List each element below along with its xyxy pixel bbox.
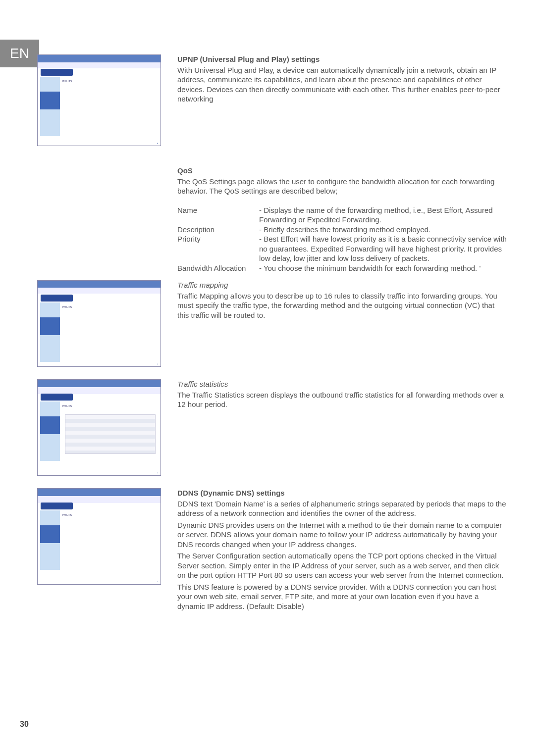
traffic-stats-row: PHILIPS ▪ Traffic statistics The Traffic… — [37, 379, 508, 481]
ddns-p1: DDNS text 'Domain Name' is a series of a… — [177, 499, 508, 518]
qos-val: - You choose the minimum bandwidth for e… — [259, 263, 508, 273]
page-content: PHILIPS ▪ UPNP (Universal Plug and Play)… — [37, 54, 508, 613]
upnp-row: PHILIPS ▪ UPNP (Universal Plug and Play)… — [37, 54, 508, 151]
qos-row: QoS The QoS Settings page allows the use… — [37, 166, 508, 273]
traffic-mapping-body: Traffic Mapping allows you to describe u… — [177, 291, 508, 320]
qos-val: - Displays the name of the forwarding me… — [259, 205, 508, 225]
ddns-row: PHILIPS ▪ DDNS (Dynamic DNS) settings DD… — [37, 488, 508, 613]
ddns-heading: DDNS (Dynamic DNS) settings — [177, 488, 508, 498]
page-number: 30 — [20, 720, 29, 729]
traffic-stats-body: The Traffic Statistics screen displays t… — [177, 390, 508, 409]
language-badge: EN — [0, 40, 39, 67]
upnp-screenshot-thumbnail: PHILIPS ▪ — [37, 54, 161, 146]
traffic-stats-thumbnail: PHILIPS ▪ — [37, 379, 161, 476]
upnp-body: With Universal Plug and Play, a device c… — [177, 65, 508, 104]
qos-term: Bandwidth Allocation — [177, 263, 259, 273]
ddns-p4: This DNS feature is powered by a DDNS se… — [177, 582, 508, 611]
qos-term: Description — [177, 225, 259, 235]
qos-heading: QoS — [177, 166, 508, 176]
qos-val: - Best Effort will have lowest priority … — [259, 234, 508, 263]
traffic-mapping-heading: Traffic mapping — [177, 280, 508, 290]
traffic-stats-heading: Traffic statistics — [177, 379, 508, 389]
upnp-heading: UPNP (Universal Plug and Play) settings — [177, 54, 508, 64]
traffic-mapping-thumbnail: PHILIPS ▪ — [37, 280, 161, 367]
traffic-mapping-row: PHILIPS ▪ Traffic mapping Traffic Mappin… — [37, 280, 508, 372]
qos-term: Priority — [177, 234, 259, 263]
ddns-thumbnail: PHILIPS ▪ — [37, 488, 161, 585]
ddns-p3: The Server Configuration section automat… — [177, 551, 508, 580]
ddns-p2: Dynamic DNS provides users on the Intern… — [177, 520, 508, 550]
qos-definitions: Name - Displays the name of the forwardi… — [177, 205, 508, 273]
qos-term: Name — [177, 205, 259, 225]
qos-val: - Briefly describes the forwarding metho… — [259, 225, 508, 235]
qos-intro: The QoS Settings page allows the user to… — [177, 177, 508, 196]
